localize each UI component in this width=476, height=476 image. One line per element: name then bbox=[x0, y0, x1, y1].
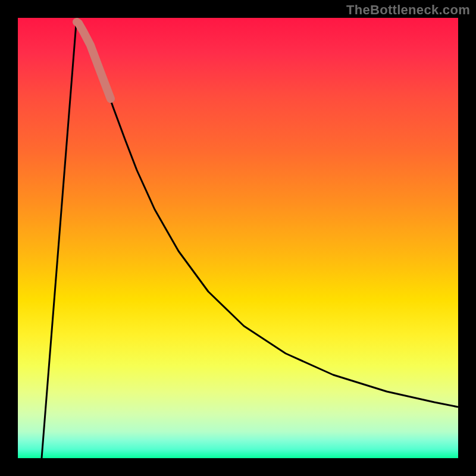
chart-frame: TheBottleneck.com bbox=[0, 0, 476, 476]
watermark-text: TheBottleneck.com bbox=[346, 2, 470, 18]
curve-svg bbox=[18, 18, 458, 458]
plot-area bbox=[18, 18, 458, 458]
highlight-segment bbox=[77, 22, 111, 99]
